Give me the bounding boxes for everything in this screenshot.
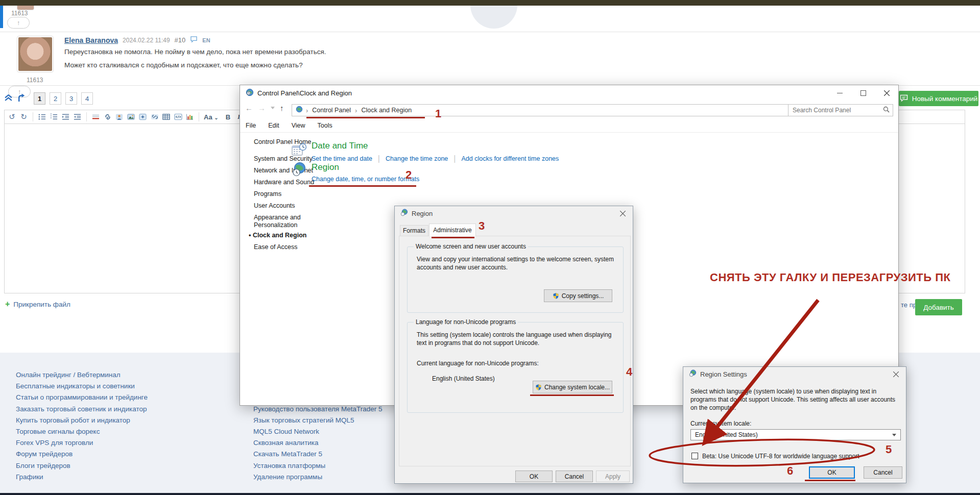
maximize-button[interactable] [851, 85, 875, 101]
footer-link[interactable]: Руководство пользователя MetaTrader 5 [253, 405, 382, 413]
search-box[interactable] [788, 104, 893, 116]
footer-link[interactable]: Онлайн трейдинг / Вебтерминал [16, 371, 121, 379]
undo-icon[interactable]: ↺ [8, 112, 16, 121]
link-icon[interactable] [103, 112, 112, 121]
datetime-icon[interactable] [292, 142, 307, 160]
region-dialog-titlebar[interactable]: Region [395, 206, 633, 220]
author-link[interactable]: Elena Baranova [64, 36, 118, 44]
minimize-button[interactable] [828, 85, 851, 101]
footer-link[interactable]: Установка платформы [253, 462, 325, 469]
breadcrumb-clock-region[interactable]: Clock and Region [361, 107, 412, 114]
tab-administrative[interactable]: Administrative [429, 224, 476, 236]
attach-file[interactable]: + Прикрепить файл [5, 300, 70, 309]
cancel-button[interactable]: Cancel [864, 466, 902, 479]
sidebar-item-programs[interactable]: Programs [254, 190, 281, 197]
footer-link[interactable]: Скачать MetaTrader 5 [253, 450, 322, 458]
page-3[interactable]: 3 [65, 92, 77, 105]
chart-icon[interactable] [185, 112, 194, 121]
back-icon[interactable]: ← [245, 104, 253, 112]
menu-file[interactable]: File [246, 122, 256, 129]
change-system-locale-button[interactable]: Change system locale... [533, 381, 612, 393]
font-size-dropdown[interactable]: Aa ⌄ [204, 113, 219, 121]
attach-link-icon[interactable] [150, 112, 159, 121]
set-time-link[interactable]: Set the time and date [312, 155, 372, 162]
footer-link[interactable]: Блоги трейдеров [16, 462, 70, 469]
footer-link[interactable]: Графики [16, 473, 43, 481]
image-icon[interactable] [127, 112, 135, 121]
cancel-button[interactable]: Cancel [556, 471, 593, 482]
speech-bubble-icon [900, 94, 908, 103]
comment-bubble-icon[interactable] [190, 36, 198, 44]
footer-link[interactable]: Статьи о программировании и трейдинге [16, 393, 148, 401]
close-button[interactable] [612, 206, 633, 220]
change-formats-link[interactable]: Change date, time, or number formats [312, 176, 419, 183]
history-caret-icon[interactable] [271, 107, 275, 109]
collapse-top-icon[interactable] [4, 93, 13, 104]
table-icon[interactable] [162, 112, 171, 121]
region-settings-titlebar[interactable]: Region Settings [683, 367, 906, 381]
upvote-button[interactable]: ↑ [7, 17, 30, 29]
footer-link[interactable]: Заказать торговый советник и индикатор [16, 405, 147, 413]
footer-link[interactable]: Форум трейдеров [16, 450, 73, 458]
footer-link[interactable]: Купить торговый робот и индикатор [16, 416, 130, 424]
bullet-list-icon[interactable] [38, 112, 46, 121]
close-button[interactable] [875, 85, 898, 101]
close-button[interactable] [886, 367, 906, 381]
code-icon[interactable] [174, 112, 182, 121]
horizontal-rule-icon[interactable] [91, 112, 100, 121]
outdent-icon[interactable] [73, 112, 82, 121]
add-comment-button[interactable]: Добавить [915, 299, 962, 315]
ok-button[interactable]: OK [515, 471, 553, 482]
forward-icon[interactable]: → [258, 104, 266, 112]
add-media-icon[interactable] [138, 112, 147, 121]
mention-user-icon[interactable] [115, 112, 124, 121]
region-heading[interactable]: Region [312, 162, 339, 172]
cp-titlebar[interactable]: Control Panel\Clock and Region [240, 85, 898, 101]
sidebar-item-user-accounts[interactable]: User Accounts [254, 202, 295, 209]
page-4[interactable]: 4 [81, 92, 93, 105]
ok-button[interactable]: OK [809, 466, 855, 479]
address-bar[interactable]: › Control Panel › Clock and Region ↻ [292, 104, 835, 116]
post-paragraph: Переустановка не помогла. Не пойму в чем… [64, 48, 326, 56]
datetime-heading[interactable]: Date and Time [312, 141, 368, 151]
footer-link[interactable]: Торговые сигналы форекс [16, 428, 100, 435]
footer-link[interactable]: Удаление программы [253, 473, 322, 481]
footer-link[interactable]: Язык торговых стратегий MQL5 [253, 416, 354, 424]
tab-formats[interactable]: Formats [400, 225, 428, 236]
new-comment-button[interactable]: Новый комментарий [899, 91, 978, 106]
page-1[interactable]: 1 [34, 92, 45, 105]
copy-settings-button[interactable]: Copy settings... [544, 289, 612, 302]
menu-tools[interactable]: Tools [318, 122, 332, 129]
search-input[interactable] [792, 106, 883, 114]
sidebar-item-ease-access[interactable]: Ease of Access [254, 243, 297, 251]
footer-link[interactable]: MQL5 Cloud Network [253, 428, 319, 435]
footer-link[interactable]: Forex VPS для торговли [16, 439, 93, 447]
post-number[interactable]: #10 [175, 36, 186, 44]
up-icon[interactable]: ↑ [280, 104, 284, 112]
numbered-list-icon[interactable] [50, 112, 58, 121]
apply-button[interactable]: Apply [596, 471, 630, 482]
page-2[interactable]: 2 [50, 92, 61, 105]
add-clocks-link[interactable]: Add clocks for different time zones [461, 155, 559, 162]
menu-view[interactable]: View [292, 122, 305, 129]
post-datetime: 2024.02.22 11:49 [123, 37, 170, 44]
utf8-beta-checkbox[interactable] [691, 453, 698, 459]
jump-up-icon[interactable] [17, 93, 27, 105]
region-icon[interactable] [292, 162, 307, 179]
sidebar-item-clock-region[interactable]: • Clock and Region [249, 232, 306, 239]
breadcrumb-control-panel[interactable]: Control Panel [312, 107, 351, 114]
region-dialog-icon [400, 209, 408, 218]
footer-link[interactable]: Бесплатные индикаторы и советники [16, 382, 135, 390]
bold-button[interactable]: B [226, 113, 230, 121]
change-timezone-link[interactable]: Change the time zone [386, 155, 448, 162]
locale-combobox[interactable]: English (United States) [690, 429, 901, 440]
menu-edit[interactable]: Edit [268, 122, 279, 129]
avatar[interactable] [17, 36, 54, 72]
indent-icon[interactable] [61, 112, 70, 121]
search-icon[interactable] [883, 106, 890, 115]
lang-badge[interactable]: EN [202, 37, 210, 43]
footer-link[interactable]: Сквозная аналитика [253, 439, 319, 447]
sidebar-item-hardware[interactable]: Hardware and Sound [254, 179, 314, 186]
sidebar-item-appearance[interactable]: Appearance and Personalization [254, 214, 330, 229]
redo-icon[interactable]: ↻ [19, 112, 28, 121]
